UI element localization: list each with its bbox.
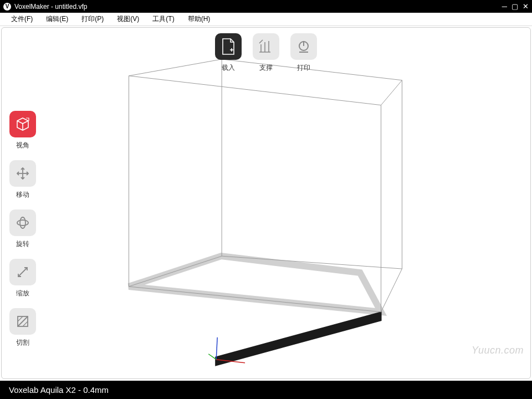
menu-edit[interactable]: 编辑(E) [39, 14, 75, 24]
menu-tools[interactable]: 工具(T) [146, 14, 181, 24]
main-viewport-container: 载入 支撑 打印 [1, 27, 531, 379]
support-button[interactable] [253, 33, 279, 60]
view-label: 视角 [16, 141, 29, 150]
close-button[interactable]: ✕ [523, 2, 529, 11]
menu-bar: 文件(F) 编辑(E) 打印(P) 视图(V) 工具(T) 帮助(H) [0, 13, 532, 26]
rotate-label: 旋转 [16, 239, 29, 249]
move-icon [15, 166, 30, 181]
title-bar: V VoxelMaker - untitled.vfp ─ ▢ ✕ [0, 0, 532, 13]
file-add-icon [221, 38, 236, 55]
menu-help[interactable]: 帮助(H) [181, 14, 217, 24]
app-logo-icon: V [3, 3, 11, 11]
svg-line-24 [18, 268, 27, 277]
cut-icon [15, 314, 30, 329]
printer-info: Voxelab Aquila X2 - 0.4mm [9, 385, 109, 395]
rotate-icon [15, 215, 30, 231]
view-tool: 视角 [9, 111, 36, 150]
watermark: Yuucn.com [472, 345, 524, 356]
print-tool: 打印 [290, 33, 317, 73]
side-toolbar: 视角 移动 旋转 [9, 111, 36, 347]
scale-label: 缩放 [16, 289, 29, 298]
svg-line-28 [23, 321, 28, 326]
view-button[interactable] [9, 111, 36, 137]
svg-line-27 [18, 316, 23, 321]
menu-print[interactable]: 打印(P) [75, 14, 110, 24]
scale-icon [15, 264, 30, 280]
cut-button[interactable] [9, 308, 36, 335]
svg-marker-1 [215, 311, 381, 366]
menu-view[interactable]: 视图(V) [110, 14, 146, 24]
window-title: VoxelMaker - untitled.vfp [14, 3, 502, 11]
maximize-button[interactable]: ▢ [511, 2, 518, 11]
status-bar: Voxelab Aquila X2 - 0.4mm [0, 381, 532, 399]
rotate-tool: 旋转 [9, 209, 36, 249]
support-label: 支撑 [259, 63, 273, 73]
print-label: 打印 [297, 63, 310, 73]
svg-point-23 [20, 217, 25, 228]
top-toolbar: 载入 支撑 打印 [215, 33, 317, 73]
move-tool: 移动 [9, 160, 36, 200]
window-controls: ─ ▢ ✕ [502, 2, 529, 11]
svg-point-22 [17, 220, 28, 226]
cut-label: 切割 [16, 338, 29, 347]
svg-line-26 [18, 316, 28, 326]
minimize-button[interactable]: ─ [502, 2, 507, 11]
scale-button[interactable] [9, 259, 36, 285]
support-tool: 支撑 [253, 33, 279, 73]
cut-tool: 切割 [9, 308, 36, 347]
load-label: 载入 [222, 63, 235, 73]
support-icon [258, 39, 274, 54]
cube-view-icon [15, 116, 30, 132]
scale-tool: 缩放 [9, 259, 36, 298]
svg-line-8 [208, 354, 216, 360]
power-icon [296, 39, 311, 54]
move-button[interactable] [9, 160, 36, 187]
menu-file[interactable]: 文件(F) [4, 14, 39, 24]
viewport-3d[interactable] [2, 28, 530, 379]
load-tool: 载入 [215, 33, 242, 73]
rotate-button[interactable] [9, 209, 36, 236]
print-button[interactable] [290, 33, 317, 60]
move-label: 移动 [16, 190, 29, 200]
load-button[interactable] [215, 33, 242, 60]
